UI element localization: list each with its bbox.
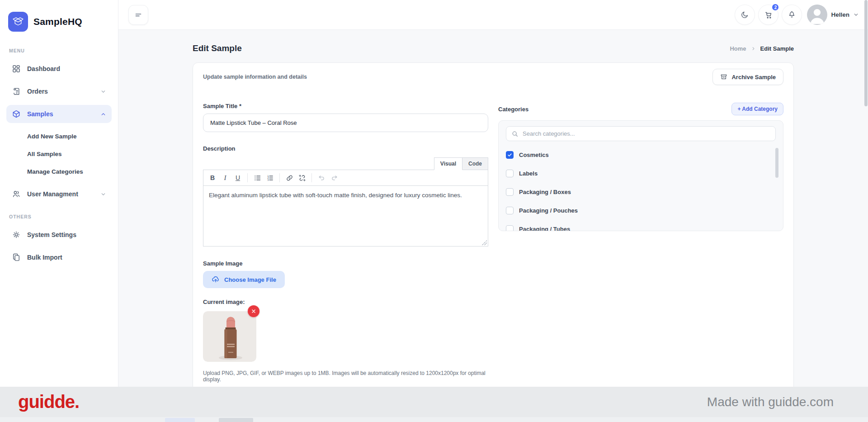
- sidebar-label-user-management: User Managment: [27, 190, 78, 198]
- card-header: Update sample information and details Ar…: [193, 63, 793, 85]
- description-label: Description: [203, 145, 488, 152]
- chevron-down-icon: [853, 12, 859, 18]
- toolbar-divider: [247, 173, 248, 182]
- sidebar-item-user-management[interactable]: User Managment: [6, 185, 112, 203]
- redo-button[interactable]: [328, 172, 340, 184]
- cart-icon: [764, 10, 773, 19]
- category-row-packaging-pouches[interactable]: Packaging / Pouches: [506, 201, 776, 220]
- category-row-cosmetics[interactable]: Cosmetics: [506, 146, 776, 164]
- choose-image-label: Choose Image File: [224, 276, 276, 283]
- checkbox-checked-icon[interactable]: [506, 151, 514, 159]
- sidebar-toggle-button[interactable]: [128, 5, 148, 25]
- numbered-list-button[interactable]: 1 2 3: [264, 172, 276, 184]
- box-logo-icon: [8, 12, 28, 32]
- dark-mode-button[interactable]: [735, 5, 755, 25]
- copy-pages-icon: [12, 253, 21, 262]
- sidebar: SampleHQ MENU Dashboard Orders: [0, 0, 118, 422]
- category-row-labels[interactable]: Labels: [506, 164, 776, 183]
- sidebar-label-orders: Orders: [27, 88, 48, 95]
- category-search-input[interactable]: [523, 130, 770, 137]
- checkbox-icon[interactable]: [506, 188, 514, 196]
- sidebar-item-dashboard[interactable]: Dashboard: [6, 60, 112, 78]
- orders-icon: [12, 87, 21, 96]
- notifications-button[interactable]: [782, 5, 802, 25]
- categories-header: Categories + Add Category: [498, 103, 783, 115]
- topbar-actions: 2 Hellen: [735, 5, 859, 25]
- category-label: Packaging / Pouches: [519, 207, 578, 214]
- sidebar-item-add-new-sample[interactable]: Add New Sample: [6, 128, 112, 145]
- upload-cloud-icon: [212, 275, 220, 284]
- bold-button[interactable]: B: [207, 172, 218, 184]
- remove-image-button[interactable]: [248, 305, 259, 317]
- avatar: [807, 5, 827, 25]
- category-row-packaging-tubes[interactable]: Packaging / Tubes: [506, 220, 776, 231]
- checkbox-icon[interactable]: [506, 207, 514, 214]
- guidde-credit: Made with guidde.com: [707, 395, 834, 409]
- breadcrumb-current: Edit Sample: [760, 45, 794, 52]
- sidebar-item-bulk-import[interactable]: Bulk Import: [6, 248, 112, 266]
- editor-tabs: Visual Code: [203, 157, 488, 170]
- search-icon: [511, 130, 519, 138]
- choose-image-button[interactable]: Choose Image File: [203, 271, 285, 288]
- archive-button-label: Archive Sample: [731, 74, 776, 81]
- italic-button[interactable]: I: [219, 172, 231, 184]
- page-header: Edit Sample Home Edit Sample: [193, 30, 794, 53]
- checkbox-icon[interactable]: [506, 170, 514, 177]
- unlink-button[interactable]: [296, 172, 308, 184]
- sidebar-item-system-settings[interactable]: System Settings: [6, 226, 112, 244]
- chevron-down-icon: [100, 191, 106, 197]
- cube-icon: [12, 109, 21, 119]
- sidebar-label-samples: Samples: [27, 110, 53, 118]
- bullet-list-button[interactable]: [251, 172, 263, 184]
- sidebar-item-orders[interactable]: Orders: [6, 82, 112, 100]
- page-bottom-strip: [0, 417, 868, 422]
- window-scrollbar[interactable]: [864, 0, 868, 106]
- toolbar-divider: [279, 173, 280, 182]
- archive-sample-button[interactable]: Archive Sample: [712, 69, 783, 85]
- user-name: Hellen: [831, 11, 849, 18]
- underline-button[interactable]: U: [232, 172, 244, 184]
- categories-panel: Cosmetics Labels: [498, 120, 783, 231]
- sidebar-section-menu: MENU: [9, 48, 109, 53]
- user-menu[interactable]: Hellen: [807, 5, 859, 25]
- tab-code[interactable]: Code: [462, 157, 488, 170]
- sample-title-label: Sample Title *: [203, 103, 488, 109]
- checkbox-icon[interactable]: [506, 225, 514, 231]
- page-title: Edit Sample: [193, 43, 242, 53]
- sidebar-item-all-samples[interactable]: All Samples: [6, 145, 112, 163]
- sidebar-item-samples[interactable]: Samples: [6, 105, 112, 123]
- sidebar-label-system-settings: System Settings: [27, 231, 76, 238]
- category-list: Cosmetics Labels: [506, 146, 776, 231]
- toolbar-divider: [311, 173, 312, 182]
- current-image-thumbnail: [203, 311, 256, 362]
- resize-handle[interactable]: [482, 240, 487, 245]
- categories-column: Categories + Add Category: [498, 103, 783, 399]
- sample-title-input[interactable]: [203, 114, 488, 132]
- bell-icon: [788, 10, 796, 19]
- brand-name: SampleHQ: [33, 16, 82, 27]
- breadcrumb: Home Edit Sample: [730, 45, 794, 52]
- categories-label: Categories: [498, 106, 528, 113]
- upload-hint-text: Upload PNG, JPG, GIF, or WEBP images up …: [203, 370, 488, 383]
- description-editor[interactable]: Elegant aluminum lipstick tube with soft…: [203, 186, 488, 247]
- close-icon: [251, 308, 256, 314]
- category-label: Packaging / Boxes: [519, 189, 571, 195]
- brand-logo[interactable]: SampleHQ: [8, 12, 110, 32]
- breadcrumb-home-link[interactable]: Home: [730, 45, 746, 52]
- sidebar-item-manage-categories[interactable]: Manage Categories: [6, 163, 112, 180]
- add-category-button[interactable]: + Add Category: [731, 103, 783, 115]
- category-label: Cosmetics: [519, 152, 549, 158]
- category-label: Packaging / Tubes: [519, 226, 570, 231]
- chevron-down-icon: [100, 89, 106, 95]
- cart-button[interactable]: 2: [758, 5, 778, 25]
- category-row-packaging-boxes[interactable]: Packaging / Boxes: [506, 183, 776, 201]
- card-subtitle: Update sample information and details: [203, 74, 307, 80]
- archive-box-icon: [720, 73, 727, 81]
- tab-visual[interactable]: Visual: [434, 157, 462, 170]
- category-list-scrollbar[interactable]: [775, 148, 778, 178]
- link-button[interactable]: [283, 172, 295, 184]
- partial-button-fragment: [165, 418, 195, 422]
- guidde-logo: guidde.: [18, 392, 79, 412]
- undo-button[interactable]: [316, 172, 327, 184]
- edit-sample-card: Update sample information and details Ar…: [193, 62, 794, 416]
